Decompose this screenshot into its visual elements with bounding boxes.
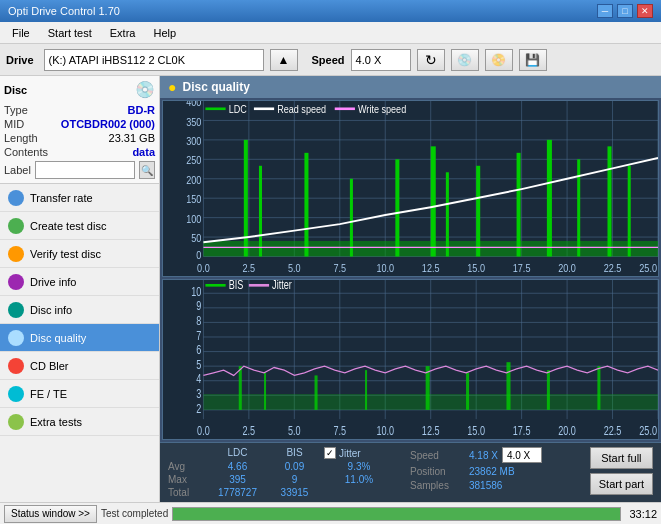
transfer-rate-icon	[8, 190, 24, 206]
extra-tests-label: Extra tests	[30, 416, 82, 428]
svg-text:7.5: 7.5	[333, 262, 346, 274]
svg-text:2.5: 2.5	[243, 424, 256, 437]
position-label-stat: Position	[410, 466, 465, 477]
sidebar-item-verify-test-disc[interactable]: Verify test disc	[0, 240, 159, 268]
svg-text:20.0: 20.0	[558, 262, 576, 274]
jitter-checkbox[interactable]: ✓	[324, 447, 336, 459]
start-part-button[interactable]: Start part	[590, 473, 653, 495]
create-test-disc-label: Create test disc	[30, 220, 106, 232]
max-bis: 9	[267, 474, 322, 485]
status-time: 33:12	[629, 508, 657, 520]
svg-text:25.0 GB: 25.0 GB	[639, 262, 658, 274]
svg-text:5: 5	[196, 358, 201, 371]
maximize-button[interactable]: □	[617, 4, 633, 18]
svg-text:5.0: 5.0	[288, 424, 301, 437]
speed-label-stat: Speed	[410, 450, 465, 461]
svg-text:50: 50	[191, 232, 201, 244]
minimize-button[interactable]: ─	[597, 4, 613, 18]
start-full-button[interactable]: Start full	[590, 447, 653, 469]
svg-text:17.5: 17.5	[513, 424, 531, 437]
svg-text:8: 8	[196, 314, 201, 327]
menu-start-test[interactable]: Start test	[40, 25, 100, 41]
svg-rect-53	[350, 179, 353, 257]
svg-text:0.0: 0.0	[197, 262, 210, 274]
sidebar-item-extra-tests[interactable]: Extra tests	[0, 408, 159, 436]
svg-text:7.5: 7.5	[333, 424, 346, 437]
eject-button[interactable]: ▲	[270, 49, 298, 71]
contents-label: Contents	[4, 146, 48, 158]
stats-table: LDC BIS ✓ Jitter Avg 4.66 0.09 9.3% Max …	[168, 447, 394, 498]
svg-text:350: 350	[186, 116, 201, 128]
speed-value-stat: 4.18 X	[469, 450, 498, 461]
drive-selector[interactable]: (K:) ATAPI iHBS112 2 CL0K	[44, 49, 264, 71]
svg-rect-61	[607, 146, 611, 256]
save-button[interactable]: 💾	[519, 49, 547, 71]
menu-bar: File Start test Extra Help	[0, 22, 661, 44]
verify-test-disc-label: Verify test disc	[30, 248, 101, 260]
menu-file[interactable]: File	[4, 25, 38, 41]
extra-tests-icon	[8, 414, 24, 430]
length-value: 23.31 GB	[109, 132, 155, 144]
verify-test-disc-icon	[8, 246, 24, 262]
action-buttons: Start full Start part	[590, 447, 653, 495]
sidebar-item-transfer-rate[interactable]: Transfer rate	[0, 184, 159, 212]
speed-selector[interactable]: 4.0 X	[351, 49, 411, 71]
svg-text:9: 9	[196, 299, 201, 312]
close-button[interactable]: ✕	[637, 4, 653, 18]
disc-info-label: Disc info	[30, 304, 72, 316]
svg-text:Write speed: Write speed	[358, 103, 406, 115]
svg-rect-56	[446, 172, 449, 256]
stat-header-ldc: LDC	[210, 447, 265, 459]
label-input[interactable]	[35, 161, 135, 179]
svg-rect-69	[163, 280, 658, 439]
charts-area: 400 350 300 250 200 150 100 50 0 18X 16X…	[160, 98, 661, 442]
stats-area: LDC BIS ✓ Jitter Avg 4.66 0.09 9.3% Max …	[160, 442, 661, 502]
svg-rect-67	[335, 107, 355, 110]
svg-rect-59	[547, 140, 552, 257]
total-ldc: 1778727	[210, 487, 265, 498]
nav-items: Transfer rate Create test disc Verify te…	[0, 184, 159, 502]
label-search-button[interactable]: 🔍	[139, 161, 155, 179]
refresh-button[interactable]: ↻	[417, 49, 445, 71]
svg-text:3: 3	[196, 387, 201, 400]
max-label: Max	[168, 474, 208, 485]
cd-button[interactable]: 📀	[485, 49, 513, 71]
sidebar-item-drive-info[interactable]: Drive info	[0, 268, 159, 296]
menu-extra[interactable]: Extra	[102, 25, 144, 41]
svg-text:10: 10	[191, 285, 201, 298]
disc-icon-button[interactable]: 💿	[451, 49, 479, 71]
right-stats: Speed 4.18 X 4.0 X Position 23862 MB Sam…	[410, 447, 542, 491]
svg-text:150: 150	[186, 193, 201, 205]
svg-text:15.0: 15.0	[467, 424, 485, 437]
svg-rect-65	[254, 107, 274, 110]
disc-image-icon: 💿	[135, 80, 155, 99]
status-window-button[interactable]: Status window >>	[4, 505, 97, 523]
speed-select-stat[interactable]: 4.0 X	[502, 447, 542, 463]
sidebar-item-disc-info[interactable]: Disc info	[0, 296, 159, 324]
sidebar-item-cd-bler[interactable]: CD Bler	[0, 352, 159, 380]
svg-text:5.0: 5.0	[288, 262, 301, 274]
svg-rect-116	[239, 366, 242, 410]
drive-bar: Drive (K:) ATAPI iHBS112 2 CL0K ▲ Speed …	[0, 44, 661, 76]
svg-text:2: 2	[196, 401, 201, 414]
sidebar-item-fe-te[interactable]: FE / TE	[0, 380, 159, 408]
svg-rect-50	[244, 140, 248, 257]
sidebar-item-create-test-disc[interactable]: Create test disc	[0, 212, 159, 240]
svg-text:12.5: 12.5	[422, 424, 440, 437]
svg-rect-118	[315, 375, 318, 409]
bis-chart: 10 9 8 7 6 5 4 3 2 20% 16% 12% 8% 4%	[162, 279, 659, 440]
type-label: Type	[4, 104, 28, 116]
ldc-chart: 400 350 300 250 200 150 100 50 0 18X 16X…	[162, 100, 659, 277]
menu-help[interactable]: Help	[145, 25, 184, 41]
max-ldc: 395	[210, 474, 265, 485]
total-jitter	[324, 487, 394, 498]
disc-info-icon	[8, 302, 24, 318]
max-jitter: 11.0%	[324, 474, 394, 485]
drive-info-icon	[8, 274, 24, 290]
svg-rect-60	[577, 159, 580, 256]
svg-text:250: 250	[186, 154, 201, 166]
svg-rect-124	[597, 366, 600, 410]
sidebar-item-disc-quality[interactable]: Disc quality	[0, 324, 159, 352]
disc-quality-label: Disc quality	[30, 332, 86, 344]
mid-value: OTCBDR002 (000)	[61, 118, 155, 130]
